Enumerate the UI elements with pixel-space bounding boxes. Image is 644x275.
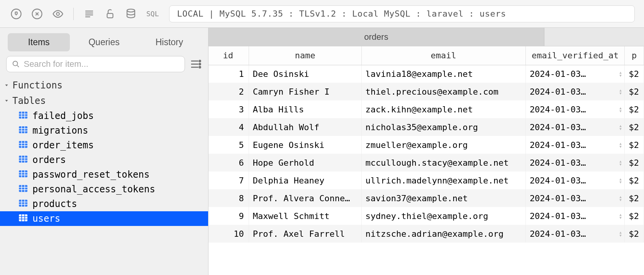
sort-handle-icon[interactable]: ▴▾ [619, 160, 622, 166]
cell-id[interactable]: 4 [208, 118, 249, 136]
column-header-name[interactable]: name [249, 46, 361, 65]
sort-handle-icon[interactable]: ▴▾ [619, 231, 622, 237]
cell-date[interactable]: 2024-01-03…▴▾ [525, 225, 625, 243]
cell-name[interactable]: Eugene Osinski [249, 136, 361, 154]
column-header-email[interactable]: email [361, 46, 525, 65]
table-row[interactable]: 10Prof. Axel Farrellnitzsche.adrian@exam… [208, 225, 644, 243]
table-item-users[interactable]: users [0, 211, 208, 226]
table-row[interactable]: 8Prof. Alvera Conne…savion37@example.net… [208, 189, 644, 207]
cell-name[interactable]: Abdullah Wolf [249, 118, 361, 136]
connection-bar[interactable]: LOCAL | MySQL 5.7.35 : TLSv1.2 : Local M… [169, 5, 635, 22]
cell-id[interactable]: 2 [208, 83, 249, 100]
table-row[interactable]: 7Delphia Heaneyullrich.madelynn@example.… [208, 171, 644, 189]
database-icon[interactable] [124, 7, 138, 21]
column-header-p[interactable]: p [625, 46, 644, 65]
sort-handle-icon[interactable]: ▴▾ [619, 177, 622, 183]
cell-id[interactable]: 8 [208, 189, 249, 207]
sort-handle-icon[interactable]: ▴▾ [619, 213, 622, 219]
column-header-id[interactable]: id [208, 46, 249, 65]
cancel-icon[interactable] [30, 7, 44, 21]
cell-id[interactable]: 6 [208, 154, 249, 171]
table-row[interactable]: 3Alba Hillszack.kihn@example.net2024-01-… [208, 100, 644, 118]
cell-email[interactable]: nitzsche.adrian@example.org [361, 225, 525, 243]
cell-p[interactable]: $2 [625, 136, 644, 154]
cell-name[interactable]: Prof. Axel Farrell [249, 225, 361, 243]
table-row[interactable]: 5Eugene Osinskizmueller@example.org2024-… [208, 136, 644, 154]
cell-p[interactable]: $2 [625, 65, 644, 83]
cell-email[interactable]: thiel.precious@example.com [361, 83, 525, 100]
sort-handle-icon[interactable]: ▴▾ [619, 88, 622, 95]
cell-id[interactable]: 5 [208, 136, 249, 154]
cell-id[interactable]: 7 [208, 171, 249, 189]
cell-name[interactable]: Delphia Heaney [249, 171, 361, 189]
lines-icon[interactable] [82, 7, 96, 21]
table-item-orders[interactable]: orders [0, 153, 208, 167]
cell-email[interactable]: ullrich.madelynn@example.net [361, 171, 525, 189]
cell-name[interactable]: Dee Osinski [249, 65, 361, 83]
table-item-order_items[interactable]: order_items [0, 138, 208, 153]
cell-date[interactable]: 2024-01-03…▴▾ [525, 65, 625, 83]
search-box[interactable] [6, 56, 185, 72]
tree-group-functions[interactable]: Functions [0, 78, 208, 93]
cell-p[interactable]: $2 [625, 207, 644, 225]
table-row[interactable]: 9Maxwell Schmittsydney.thiel@example.org… [208, 207, 644, 225]
unlock-icon[interactable] [103, 7, 117, 21]
cell-date[interactable]: 2024-01-03…▴▾ [525, 171, 625, 189]
sort-handle-icon[interactable]: ▴▾ [619, 142, 622, 148]
cell-date[interactable]: 2024-01-03…▴▾ [525, 189, 625, 207]
cell-date[interactable]: 2024-01-03…▴▾ [525, 118, 625, 136]
cell-name[interactable]: Maxwell Schmitt [249, 207, 361, 225]
cell-p[interactable]: $2 [625, 225, 644, 243]
sort-handle-icon[interactable]: ▴▾ [619, 124, 622, 130]
cell-p[interactable]: $2 [625, 154, 644, 171]
cell-date[interactable]: 2024-01-03…▴▾ [525, 83, 625, 100]
table-row[interactable]: 6Hope Gerholdmccullough.stacy@example.ne… [208, 154, 644, 171]
cell-date[interactable]: 2024-01-03…▴▾ [525, 207, 625, 225]
cell-email[interactable]: lavinia18@example.net [361, 65, 525, 83]
sidebar-tab-history[interactable]: History [138, 33, 200, 51]
sql-label[interactable]: SQL [146, 10, 159, 18]
cell-p[interactable]: $2 [625, 118, 644, 136]
cell-date[interactable]: 2024-01-03…▴▾ [525, 154, 625, 171]
cell-date[interactable]: 2024-01-03…▴▾ [525, 136, 625, 154]
cell-email[interactable]: sydney.thiel@example.org [361, 207, 525, 225]
filter-icon[interactable] [190, 58, 202, 70]
plug-icon[interactable] [9, 7, 23, 21]
cell-name[interactable]: Hope Gerhold [249, 154, 361, 171]
table-item-migrations[interactable]: migrations [0, 123, 208, 138]
cell-id[interactable]: 3 [208, 100, 249, 118]
sort-handle-icon[interactable]: ▴▾ [619, 106, 622, 112]
cell-email[interactable]: zmueller@example.org [361, 136, 525, 154]
table-row[interactable]: 4Abdullah Wolfnicholas35@example.org2024… [208, 118, 644, 136]
sidebar-tab-queries[interactable]: Queries [73, 33, 135, 51]
cell-p[interactable]: $2 [625, 189, 644, 207]
table-item-password_reset_tokens[interactable]: password_reset_tokens [0, 167, 208, 182]
cell-email[interactable]: savion37@example.net [361, 189, 525, 207]
search-input[interactable] [24, 59, 179, 69]
cell-name[interactable]: Prof. Alvera Conne… [249, 189, 361, 207]
cell-name[interactable]: Alba Hills [249, 100, 361, 118]
cell-p[interactable]: $2 [625, 83, 644, 100]
table-row[interactable]: 2Camryn Fisher Ithiel.precious@example.c… [208, 83, 644, 100]
cell-p[interactable]: $2 [625, 100, 644, 118]
tree-group-tables[interactable]: Tables [0, 93, 208, 109]
sidebar-tab-items[interactable]: Items [8, 33, 70, 51]
cell-p[interactable]: $2 [625, 171, 644, 189]
table-row[interactable]: 1Dee Osinskilavinia18@example.net2024-01… [208, 65, 644, 83]
cell-date[interactable]: 2024-01-03…▴▾ [525, 100, 625, 118]
cell-email[interactable]: nicholas35@example.org [361, 118, 525, 136]
sort-handle-icon[interactable]: ▴▾ [619, 71, 622, 77]
table-item-products[interactable]: products [0, 197, 208, 211]
sort-handle-icon[interactable]: ▴▾ [619, 195, 622, 201]
table-item-failed_jobs[interactable]: failed_jobs [0, 109, 208, 123]
eye-icon[interactable] [51, 7, 65, 21]
doc-tab[interactable]: orders [208, 28, 544, 46]
table-item-personal_access_tokens[interactable]: personal_access_tokens [0, 182, 208, 197]
cell-id[interactable]: 10 [208, 225, 249, 243]
cell-id[interactable]: 9 [208, 207, 249, 225]
cell-name[interactable]: Camryn Fisher I [249, 83, 361, 100]
cell-email[interactable]: mccullough.stacy@example.net [361, 154, 525, 171]
cell-email[interactable]: zack.kihn@example.net [361, 100, 525, 118]
cell-id[interactable]: 1 [208, 65, 249, 83]
column-header-email_verified_at[interactable]: email_verified_at [525, 46, 625, 65]
